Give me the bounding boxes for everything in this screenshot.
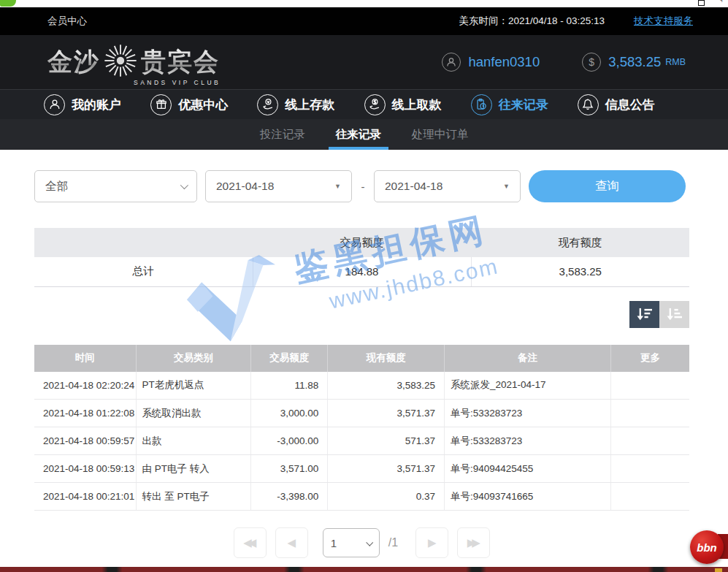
table-cell: [610, 372, 689, 400]
window-maximize-icon[interactable]: [698, 0, 705, 6]
last-page-button[interactable]: ▶▶: [457, 527, 490, 558]
table-row: 2021-04-18 01:22:08系统取消出款3,000.003,571.3…: [34, 400, 689, 427]
logo-subtitle: SANDS VIP CLUB: [134, 79, 221, 86]
table-cell: [610, 455, 689, 483]
page-select[interactable]: 1: [323, 528, 380, 557]
chevron-down-icon: [180, 181, 188, 189]
date-to-select[interactable]: 2021-04-18 ▼: [374, 170, 521, 202]
user-icon: [44, 94, 65, 115]
nav-label: 线上取款: [392, 96, 442, 113]
table-cell: 单号:533283723: [444, 427, 610, 455]
gift-icon: [150, 94, 172, 115]
sub-nav: 投注记录 往来记录 处理中订单: [0, 119, 728, 150]
tab-transaction-records[interactable]: 往来记录: [333, 119, 384, 150]
table-cell: 0.37: [328, 483, 445, 511]
main-nav: 我的账户 优惠中心 线上存款 线上: [0, 89, 728, 119]
summary-total-label: 总计: [34, 257, 253, 286]
nav-item-transaction-records[interactable]: 往来记录: [471, 94, 578, 115]
table-cell: -3,398.00: [251, 483, 328, 511]
date-from-value: 2021-04-18: [216, 180, 334, 193]
caret-down-icon: ▼: [334, 183, 341, 190]
table-cell: 3,000.00: [251, 400, 328, 427]
sunburst-icon: [101, 42, 139, 83]
table-row: 2021-04-18 00:59:57出款-3,000.00571.37单号:5…: [34, 427, 689, 455]
first-page-button[interactable]: ◀◀: [234, 527, 267, 558]
next-page-button[interactable]: ▶: [415, 527, 448, 558]
sort-descending-icon: [635, 307, 654, 322]
sort-controls: [34, 301, 689, 328]
nav-label: 信息公告: [605, 96, 655, 113]
logo-text-right: 贵宾会: [141, 45, 220, 79]
filter-bar: 全部 2021-04-18 ▼ - 2021-04-18 ▼ 查询: [34, 170, 689, 202]
nav-label: 优惠中心: [178, 96, 228, 113]
nav-item-my-account[interactable]: 我的账户: [44, 94, 150, 115]
tab-pending-orders[interactable]: 处理中订单: [409, 119, 472, 150]
summary-header-empty: [34, 228, 253, 257]
page-select-value: 1: [331, 537, 367, 549]
table-cell: 系统派发_2021-04-17: [444, 372, 610, 400]
member-center-link[interactable]: 会员中心: [47, 15, 87, 28]
chevron-down-icon: [366, 538, 373, 546]
user-avatar-icon: [442, 53, 461, 72]
balance-amount: 3,583.25: [608, 54, 661, 70]
summary-header-transaction: 交易额度: [253, 228, 471, 257]
nav-item-promotions[interactable]: 优惠中心: [150, 94, 257, 115]
nav-label: 我的账户: [72, 96, 121, 113]
table-cell: 单号:94093741665: [444, 483, 610, 511]
balance-display[interactable]: $ 3,583.25 RMB: [582, 53, 686, 72]
user-account[interactable]: hanfen0310: [442, 53, 540, 72]
table-cell: 3,571.37: [328, 400, 445, 427]
nav-item-withdraw[interactable]: 线上取款: [364, 94, 471, 115]
tech-support-link[interactable]: 技术支持服务: [634, 15, 693, 28]
total-pages-label: /1: [388, 536, 398, 549]
footer-strip: [0, 567, 728, 572]
browser-app-icon: [0, 0, 16, 7]
table-cell: 3,571.00: [251, 455, 328, 483]
sort-descending-button[interactable]: [629, 301, 659, 328]
table-cell: 出款: [136, 427, 251, 455]
main-content: 鉴黑担保网 www.jhdb8.com 全部 2021-04-18 ▼ - 20…: [0, 150, 728, 567]
table-cell: -3,000.00: [251, 427, 328, 455]
col-header-type: 交易类别: [136, 345, 251, 372]
records-table: 时间 交易类别 交易额度 现有额度 备注 更多 2021-04-18 02:20…: [34, 345, 689, 511]
col-header-current-amount: 现有额度: [328, 345, 445, 372]
nav-label: 往来记录: [499, 96, 548, 113]
logo-text-left: 金沙: [47, 45, 100, 79]
transaction-type-select[interactable]: 全部: [34, 170, 197, 202]
site-header: 金沙 贵宾会 SANDS VIP CLUB: [0, 35, 728, 89]
table-cell: PT老虎机返点: [136, 372, 251, 400]
date-from-select[interactable]: 2021-04-18 ▼: [205, 170, 352, 202]
date-range-separator: -: [352, 180, 374, 193]
caret-down-icon: ▼: [503, 183, 510, 190]
nav-label: 线上存款: [285, 96, 334, 113]
table-row: 2021-04-18 02:20:24PT老虎机返点11.883,583.25系…: [34, 372, 689, 400]
table-cell: 11.88: [251, 372, 328, 400]
records-header-row: 时间 交易类别 交易额度 现有额度 备注 更多: [34, 345, 689, 372]
date-to-value: 2021-04-18: [385, 180, 503, 193]
nav-item-announcements[interactable]: 信息公告: [578, 94, 684, 115]
tab-bet-records[interactable]: 投注记录: [257, 119, 308, 150]
bbn-badge[interactable]: bbn: [690, 530, 724, 564]
withdraw-hand-coin-icon: [364, 94, 386, 115]
col-header-more: 更多: [610, 345, 689, 372]
summary-total-row: 总计 184.88 3,583.25: [34, 257, 689, 286]
balance-currency: RMB: [665, 57, 686, 67]
summary-header-current: 现有额度: [471, 228, 689, 257]
sort-ascending-button[interactable]: [659, 301, 689, 328]
summary-transaction-total: 184.88: [253, 257, 471, 286]
query-button[interactable]: 查询: [529, 170, 686, 202]
nav-item-deposit[interactable]: 线上存款: [257, 94, 364, 115]
summary-table: 交易额度 现有额度 总计 184.88 3,583.25: [34, 228, 689, 287]
summary-header-row: 交易额度 现有额度: [34, 228, 689, 257]
prev-page-button[interactable]: ◀: [275, 527, 308, 558]
table-cell: 2021-04-18 02:20:24: [34, 372, 136, 400]
col-header-remark: 备注: [444, 345, 610, 372]
bell-icon: [578, 94, 599, 115]
window-close-icon[interactable]: ⌝: [720, 1, 725, 5]
table-cell: 单号:94094425455: [444, 455, 610, 483]
table-cell: [610, 400, 689, 427]
site-logo[interactable]: 金沙 贵宾会 SANDS VIP CLUB: [47, 39, 220, 85]
footer-gold-fleck: [715, 568, 722, 572]
table-cell: 单号:533283723: [444, 400, 610, 427]
top-bar: 会员中心 美东时间：2021/04/18 - 03:25:13 技术支持服务: [0, 7, 728, 35]
